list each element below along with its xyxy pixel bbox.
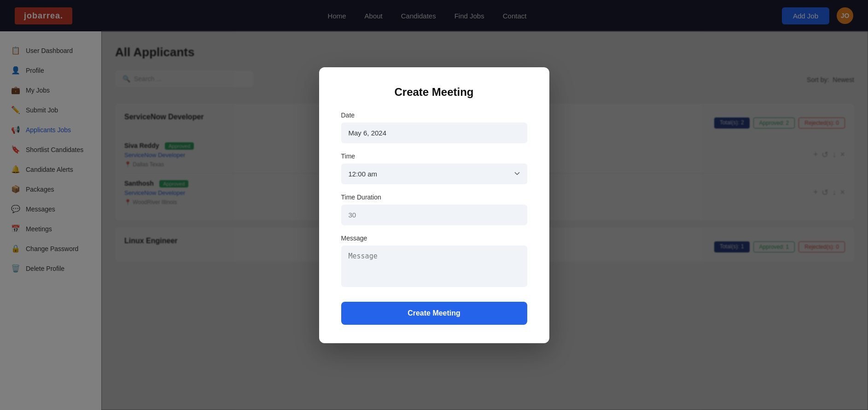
duration-input[interactable] bbox=[341, 205, 527, 225]
date-group: Date bbox=[341, 111, 527, 143]
create-meeting-button[interactable]: Create Meeting bbox=[341, 302, 527, 325]
message-group: Message bbox=[341, 234, 527, 289]
date-input[interactable] bbox=[341, 123, 527, 143]
modal-title: Create Meeting bbox=[341, 86, 527, 99]
message-textarea[interactable] bbox=[341, 246, 527, 287]
time-label: Time bbox=[341, 152, 527, 160]
message-label: Message bbox=[341, 234, 527, 242]
modal-overlay: Create Meeting Date Time 12:00 am 12:30 … bbox=[0, 0, 868, 410]
time-select[interactable]: 12:00 am 12:30 am 1:00 am 1:30 am 2:00 a… bbox=[341, 164, 527, 184]
duration-group: Time Duration bbox=[341, 193, 527, 225]
create-meeting-modal: Create Meeting Date Time 12:00 am 12:30 … bbox=[319, 67, 549, 343]
date-label: Date bbox=[341, 111, 527, 119]
time-group: Time 12:00 am 12:30 am 1:00 am 1:30 am 2… bbox=[341, 152, 527, 184]
duration-label: Time Duration bbox=[341, 193, 527, 201]
